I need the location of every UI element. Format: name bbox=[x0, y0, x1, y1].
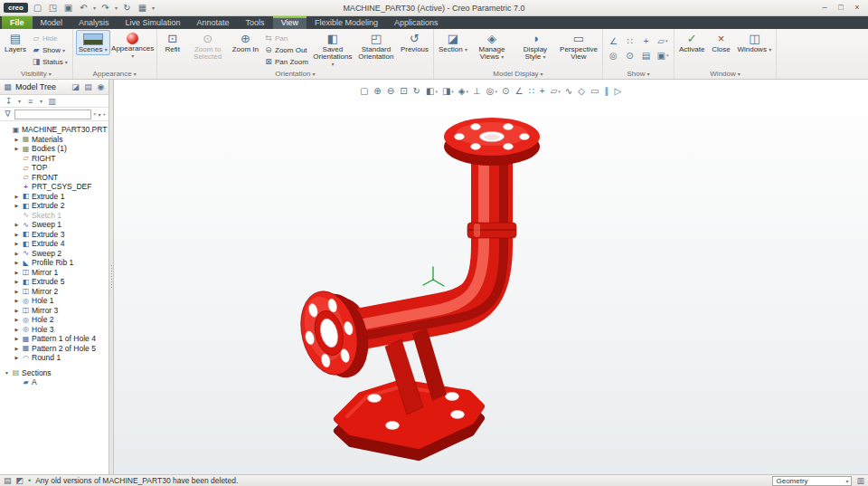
annotations-toggle-icon[interactable]: ◎ bbox=[606, 48, 622, 62]
datum-csys-toggle-icon[interactable]: + bbox=[638, 33, 655, 48]
tab-tools[interactable]: Tools bbox=[238, 16, 273, 29]
tree-item-section-a[interactable]: ▰ A bbox=[0, 377, 108, 387]
tab-flexible-modeling[interactable]: Flexible Modeling bbox=[307, 16, 386, 29]
new-file-icon[interactable]: ▢ bbox=[32, 2, 43, 14]
standard-orientation-button[interactable]: ◰ Standard Orientation bbox=[355, 30, 397, 62]
tree-search-input[interactable] bbox=[14, 110, 91, 119]
tree-item-sweep-1[interactable]: ▶ ∿ Sweep 1 bbox=[0, 220, 108, 230]
tree-item-right[interactable]: ▱ RIGHT bbox=[0, 154, 108, 164]
tree-folders-icon[interactable]: ◪ bbox=[71, 82, 80, 91]
tree-item-hole-1[interactable]: ▶ ◎ Hole 1 bbox=[0, 296, 108, 306]
tree-filter-icon[interactable]: ↧ bbox=[4, 97, 14, 106]
tree-item-hole-3[interactable]: ▶ ◎ Hole 3 bbox=[0, 325, 108, 335]
display-style-button[interactable]: ◑ Display Style ▾ bbox=[514, 30, 556, 62]
info-icon[interactable]: ◉ bbox=[96, 82, 106, 91]
spin-center-icon[interactable]: ⊙ bbox=[500, 85, 512, 97]
close-window-button[interactable]: × Close bbox=[708, 30, 733, 54]
pan-button[interactable]: ⇆ Pan bbox=[262, 33, 310, 43]
zoom-in-icon[interactable]: ⊕ bbox=[372, 85, 383, 97]
message-flag-icon[interactable]: ◩ bbox=[16, 476, 24, 485]
appearances-button[interactable]: Appearances ▾ bbox=[112, 30, 154, 61]
tree-item-materials[interactable]: ▶ ▦ Materials bbox=[0, 135, 108, 145]
saved-orientations-button[interactable]: ◧ Saved Orientations ▾ bbox=[312, 30, 354, 69]
expander-icon[interactable]: ▼ bbox=[4, 370, 10, 376]
view-normal-icon[interactable]: ⊥ bbox=[471, 85, 484, 97]
tree-item-hole-2[interactable]: ▶ ◎ Hole 2 bbox=[0, 315, 108, 325]
tree-item-pattern-1-of-hole-4[interactable]: ▶ ▦ Pattern 1 of Hole 4 bbox=[0, 334, 108, 344]
expander-icon[interactable]: ▶ bbox=[14, 327, 20, 332]
previous-button[interactable]: ↺ Previous bbox=[399, 30, 430, 54]
repaint-icon[interactable]: ↻ bbox=[411, 85, 423, 97]
expander-icon[interactable]: ▶ bbox=[14, 355, 20, 360]
tree-item-extrude-3[interactable]: ▶ ◧ Extrude 3 bbox=[0, 230, 108, 240]
search-add-icon[interactable]: + bbox=[102, 111, 106, 117]
tree-save-icon[interactable]: ▤ bbox=[83, 82, 93, 91]
window-switch-icon[interactable]: ▦ bbox=[137, 2, 148, 14]
windows-button[interactable]: ◫ Windows ▾ bbox=[735, 30, 773, 54]
play-icon[interactable]: ▷ bbox=[612, 85, 624, 97]
expander-icon[interactable]: ▶ bbox=[14, 232, 20, 237]
tree-item-mirror-3[interactable]: ▶ ◫ Mirror 3 bbox=[0, 306, 108, 316]
minimize-button[interactable]: – bbox=[817, 2, 832, 14]
expander-icon[interactable]: ▶ bbox=[14, 317, 20, 322]
datum-planes-icon[interactable]: ▱▾ bbox=[549, 85, 562, 97]
tree-item-round-1[interactable]: ▶ ◠ Round 1 bbox=[0, 353, 108, 363]
tab-model[interactable]: Model bbox=[33, 16, 71, 29]
expander-icon[interactable]: ▶ bbox=[14, 270, 20, 275]
tree-item-extrude-5[interactable]: ▶ ◧ Extrude 5 bbox=[0, 277, 108, 287]
datum-axes-toggle-icon[interactable]: ∠ bbox=[606, 33, 622, 48]
zoom-out-icon[interactable]: ⊖ bbox=[385, 85, 397, 97]
perspective-icon[interactable]: ▭ bbox=[589, 85, 601, 97]
expander-icon[interactable]: ▶ bbox=[14, 260, 20, 265]
expander-icon[interactable]: ▶ bbox=[14, 241, 20, 246]
group-label-appearance[interactable]: Appearance ▾ bbox=[76, 69, 154, 79]
tree-item-extrude-1[interactable]: ▶ ◧ Extrude 1 bbox=[0, 192, 108, 202]
group-label-visibility[interactable]: Visibility ▾ bbox=[3, 69, 70, 79]
spin-center-toggle-icon[interactable]: ⊙ bbox=[622, 48, 638, 62]
expander-icon[interactable]: ▶ bbox=[14, 194, 20, 199]
plane-tags-toggle-icon[interactable]: ▣▾ bbox=[655, 48, 671, 62]
group-label-window[interactable]: Window ▾ bbox=[677, 69, 773, 79]
maximize-button[interactable]: □ bbox=[834, 2, 848, 14]
tree-item-sketch-1[interactable]: ∿ Sketch 1 bbox=[0, 211, 108, 221]
tree-item-pattern-2-of-hole-5[interactable]: ▶ ▦ Pattern 2 of Hole 5 bbox=[0, 344, 108, 354]
search-options-icon[interactable]: ▾ bbox=[98, 111, 100, 118]
quick-access-more-icon[interactable]: ▾ bbox=[152, 5, 155, 11]
shading-icon[interactable]: ◧▾ bbox=[424, 85, 439, 97]
section-button[interactable]: ◪ Section ▾ bbox=[437, 30, 469, 54]
tab-applications[interactable]: Applications bbox=[386, 16, 447, 29]
tree-item-sections[interactable]: ▼ ▤ Sections bbox=[0, 368, 108, 378]
tab-view[interactable]: View bbox=[273, 16, 307, 29]
model-tree-title[interactable]: Model Tree bbox=[15, 82, 68, 91]
sketch-display-icon[interactable]: ∿ bbox=[563, 85, 575, 97]
datum-points-toggle-icon[interactable]: ∷ bbox=[622, 33, 638, 48]
zoom-in-button[interactable]: ⊕ Zoom In bbox=[231, 30, 260, 54]
undo-chevron-icon[interactable]: ▾ bbox=[93, 5, 96, 11]
search-filter-icon[interactable]: ∇ bbox=[3, 110, 13, 119]
expander-icon[interactable]: ▶ bbox=[14, 137, 20, 142]
zoom-to-selected-button[interactable]: ⊙ Zoom to Selected bbox=[187, 30, 229, 62]
tree-item-prt-csys-def[interactable]: + PRT_CSYS_DEF bbox=[0, 182, 108, 192]
tree-item-mirror-1[interactable]: ▶ ◫ Mirror 1 bbox=[0, 268, 108, 278]
tree-item-extrude-2[interactable]: ▶ ◧ Extrude 2 bbox=[0, 201, 108, 211]
pan-zoom-button[interactable]: ⊠ Pan Zoom bbox=[262, 56, 310, 67]
message-log-icon[interactable]: ▤ bbox=[4, 476, 12, 485]
expander-icon[interactable]: ▶ bbox=[14, 336, 20, 341]
group-label-orientation[interactable]: Orientation ▾ bbox=[160, 69, 430, 79]
refit-button[interactable]: ⊡ Refit bbox=[160, 30, 185, 54]
expander-icon[interactable]: ▶ bbox=[14, 203, 20, 208]
tree-item-sweep-2[interactable]: ▶ ∿ Sweep 2 bbox=[0, 249, 108, 259]
selection-filter-combo[interactable]: Geometry ▾ bbox=[772, 476, 852, 486]
perspective-view-button[interactable]: ▭ Perspective View bbox=[558, 30, 599, 62]
datum-axes-icon[interactable]: ∠ bbox=[513, 85, 525, 97]
undo-icon[interactable]: ↶ bbox=[78, 2, 90, 14]
datum-csys-icon[interactable]: + bbox=[538, 85, 548, 97]
tab-analysis[interactable]: Analysis bbox=[71, 16, 118, 29]
saved-views-icon[interactable]: ◈▾ bbox=[457, 85, 470, 97]
datum-planes-toggle-icon[interactable]: ▱▾ bbox=[655, 33, 671, 48]
hide-button[interactable]: ▱ Hide bbox=[30, 33, 70, 43]
save-icon[interactable]: ▣ bbox=[62, 2, 74, 14]
display-style-icon[interactable]: ◨▾ bbox=[440, 85, 456, 97]
tree-settings-icon[interactable]: ≡ bbox=[25, 97, 35, 106]
refit-icon[interactable]: ⊡ bbox=[398, 85, 410, 97]
